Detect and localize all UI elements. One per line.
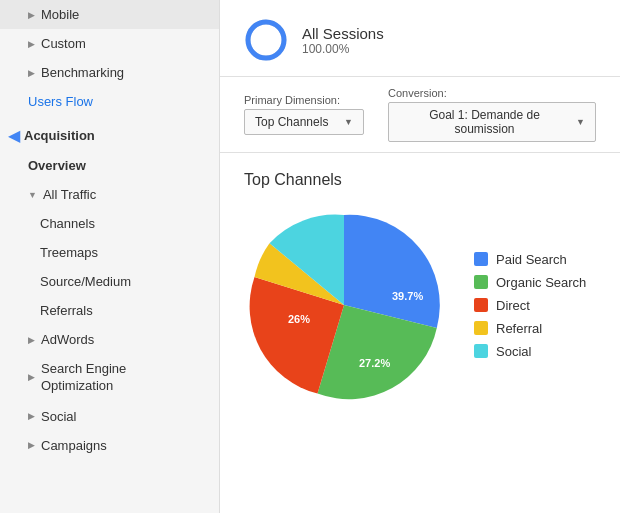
legend-label-organic-search: Organic Search [496,275,586,290]
sidebar-item-campaigns-label: Campaigns [41,438,107,453]
chart-area: 39.7% 27.2% 26% Paid Search Organic Sear… [244,205,596,405]
legend-label-paid-search: Paid Search [496,252,567,267]
legend-color-referral [474,321,488,335]
pie-label-direct: 26% [288,313,310,325]
sidebar-item-source-medium[interactable]: Source/Medium [0,267,219,296]
sidebar-item-users-flow[interactable]: Users Flow [0,87,219,116]
sessions-percentage: 100.00% [302,42,384,56]
sidebar-item-adwords[interactable]: AdWords [0,325,219,354]
legend-color-direct [474,298,488,312]
legend-label-referral: Referral [496,321,542,336]
primary-dimension-value: Top Channels [255,115,328,129]
acquisition-nav-arrow-icon: ◀ [8,126,20,145]
pie-label-organic: 27.2% [359,357,390,369]
sidebar-item-all-traffic[interactable]: All Traffic [0,180,219,209]
conversion-group: Conversion: Goal 1: Demande de soumissio… [388,87,596,142]
legend-color-paid-search [474,252,488,266]
sidebar-item-channels[interactable]: Channels [0,209,219,238]
legend-item-social: Social [474,344,586,359]
pie-label-paid: 39.7% [392,290,423,302]
svg-point-1 [248,22,284,58]
sessions-bar: All Sessions 100.00% [220,0,620,77]
legend-item-paid-search: Paid Search [474,252,586,267]
sidebar-item-seo-label: Search EngineOptimization [41,361,126,395]
sidebar-item-source-medium-label: Source/Medium [40,274,131,289]
chart-section: Top Channels 39.7% 27.2% 26% [220,153,620,423]
legend-label-direct: Direct [496,298,530,313]
sidebar-item-social[interactable]: Social [0,402,219,431]
controls-row: Primary Dimension: Top Channels ▼ Conver… [220,77,620,153]
legend-item-organic-search: Organic Search [474,275,586,290]
sidebar-item-benchmarking-label: Benchmarking [41,65,124,80]
primary-dimension-group: Primary Dimension: Top Channels ▼ [244,94,364,135]
legend-item-referral: Referral [474,321,586,336]
sessions-circle-icon [244,18,288,62]
primary-dimension-label: Primary Dimension: [244,94,364,106]
conversion-arrow-icon: ▼ [576,117,585,127]
sidebar-item-adwords-label: AdWords [41,332,94,347]
primary-dimension-dropdown[interactable]: Top Channels ▼ [244,109,364,135]
acquisition-section[interactable]: ◀ Acquisition [0,116,219,151]
conversion-label: Conversion: [388,87,596,99]
main-content: All Sessions 100.00% Primary Dimension: … [220,0,620,513]
sidebar-item-custom-label: Custom [41,36,86,51]
sessions-info: All Sessions 100.00% [302,25,384,56]
sidebar-item-referrals-label: Referrals [40,303,93,318]
sidebar-item-social-label: Social [41,409,76,424]
sessions-title: All Sessions [302,25,384,42]
chart-title: Top Channels [244,171,596,189]
conversion-dropdown[interactable]: Goal 1: Demande de soumission ▼ [388,102,596,142]
legend-item-direct: Direct [474,298,586,313]
pie-chart: 39.7% 27.2% 26% [244,205,444,405]
sidebar-item-overview[interactable]: Overview [0,151,219,180]
sidebar: Mobile Custom Benchmarking Users Flow ◀ … [0,0,220,513]
chart-legend: Paid Search Organic Search Direct Referr… [474,252,586,359]
sidebar-item-mobile[interactable]: Mobile [0,0,219,29]
sidebar-item-treemaps-label: Treemaps [40,245,98,260]
sidebar-item-benchmarking[interactable]: Benchmarking [0,58,219,87]
sidebar-item-users-flow-label: Users Flow [28,94,93,109]
legend-label-social: Social [496,344,531,359]
sidebar-item-mobile-label: Mobile [41,7,79,22]
sidebar-item-custom[interactable]: Custom [0,29,219,58]
sidebar-item-campaigns[interactable]: Campaigns [0,431,219,460]
legend-color-social [474,344,488,358]
legend-color-organic-search [474,275,488,289]
sidebar-item-overview-label: Overview [28,158,86,173]
sidebar-item-channels-label: Channels [40,216,95,231]
sidebar-item-all-traffic-label: All Traffic [43,187,96,202]
conversion-value: Goal 1: Demande de soumission [399,108,570,136]
sidebar-item-referrals[interactable]: Referrals [0,296,219,325]
acquisition-label: Acquisition [24,128,95,143]
primary-dimension-arrow-icon: ▼ [344,117,353,127]
sidebar-item-seo[interactable]: Search EngineOptimization [0,354,219,402]
sidebar-item-treemaps[interactable]: Treemaps [0,238,219,267]
